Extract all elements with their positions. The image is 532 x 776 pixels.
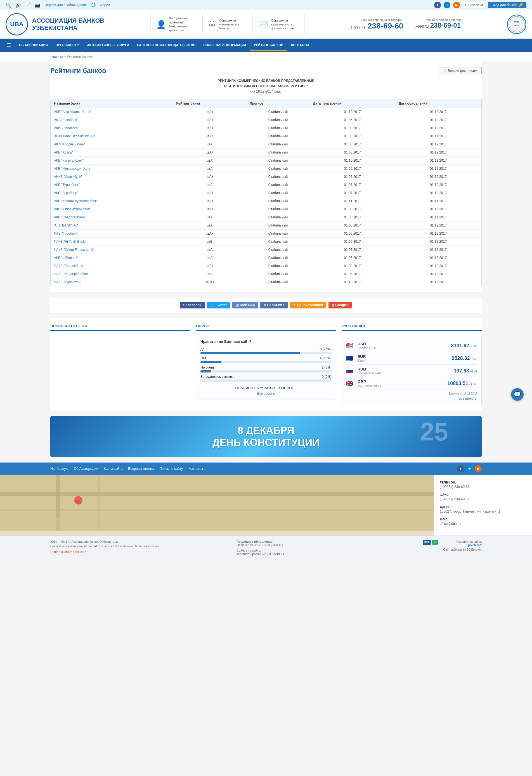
footer-phone-label: ТЕЛЕФОН: xyxy=(440,481,526,484)
cell-bank-name[interactable]: ЧАКБ "Туркистон" xyxy=(51,278,173,286)
cell-rating: uzА+ xyxy=(173,149,247,157)
breadcrumb-home[interactable]: Главная xyxy=(50,54,63,58)
social-share: f Facebook 🐦 Twitter @ Мой мир в ВКонтак… xyxy=(50,298,482,313)
search-icon[interactable]: 🔍 xyxy=(6,3,11,8)
cell-assigned: 01.05.2017 xyxy=(309,238,395,246)
footer-counters: 809 ✓ xyxy=(423,540,438,545)
poll-option-3: Затрудняюсь ответить 0 (0%) xyxy=(201,375,331,382)
cell-bank-name[interactable]: ЧАБ "Трасбанк" xyxy=(51,230,173,238)
rub-details: RUB Российский рубль xyxy=(357,367,383,375)
cell-assigned: 01.06.2017 xyxy=(309,205,395,213)
cell-bank-name[interactable]: АКБ "InFinbank" xyxy=(51,254,173,262)
cell-assigned: 01.07.2017 xyxy=(309,246,395,254)
nav-about[interactable]: ОБ АССОЦИАЦИИ xyxy=(15,40,52,51)
trust-main-number: 238-69-01 xyxy=(430,21,461,29)
poll-option-count-2: 2 (8%) xyxy=(322,366,331,369)
share-googleplus-button[interactable]: g Google+ xyxy=(328,302,352,309)
poll-all-link[interactable]: Все опросы xyxy=(201,391,331,395)
cell-assigned: 01.06.2017 xyxy=(309,270,395,278)
footer-facebook-icon[interactable]: f xyxy=(457,465,464,472)
cell-bank-name[interactable]: АК "Народный банк" xyxy=(51,140,173,149)
rub-change: +1.07 xyxy=(470,370,477,373)
cell-bank-name[interactable]: АКБ "Капиталбанк" xyxy=(51,157,173,165)
cell-bank-name[interactable]: ЧАКБ "Orient Finans bank" xyxy=(51,246,173,254)
cell-assigned: 01.06.2017 xyxy=(309,230,395,238)
cell-rating: uzА xyxy=(173,246,247,254)
legal-appeals-link[interactable]: ✉️ Обращения юридических и физических ли… xyxy=(252,14,304,34)
share-vk-button[interactable]: в ВКонтакте xyxy=(260,302,288,309)
nav-services[interactable]: ИНТЕРАКТИВНЫЕ УСЛУГИ xyxy=(83,40,133,51)
login-button[interactable]: Вход для банков 🔑 xyxy=(488,2,526,8)
cell-updated: 01.12.2017 xyxy=(395,238,481,246)
cell-bank-name[interactable]: АКБ "Узпромстройбанк" xyxy=(51,205,173,213)
footer-link-contacts[interactable]: Контакты xyxy=(189,467,203,470)
nav-legislation[interactable]: БАНКОВСКОЕ ЗАКОНОДАТЕЛЬСТВО xyxy=(133,40,200,51)
share-facebook-button[interactable]: f Facebook xyxy=(180,302,205,309)
virtual-reception-link[interactable]: 👤 Виртуальная приёмная Генерального дире… xyxy=(151,14,202,34)
facebook-icon[interactable]: f xyxy=(434,2,441,8)
poll-option-name-2: Не очень xyxy=(201,366,215,369)
cell-bank-name[interactable]: АКИБ "Ипотека" xyxy=(51,124,173,132)
cell-updated: 01.11.2017 xyxy=(395,157,481,165)
footer-copy: 2010 – 2017 © Ассоциация банков Узбекист… xyxy=(50,540,231,553)
footer-link-about[interactable]: Об Ассоциации xyxy=(74,467,98,470)
cell-bank-name[interactable]: АКБ "Савдогарбанк" xyxy=(51,213,173,221)
nav-press[interactable]: ПРЕСС-ЦЕНТР xyxy=(52,40,83,51)
table-row: АКБ "Asia Alliance Bank" uzА+ Стабильный… xyxy=(51,108,481,116)
audio-icon[interactable]: 🔊 xyxy=(15,3,21,8)
footer-link-sitemap[interactable]: Карта сайта xyxy=(104,467,122,470)
poll-option-label-3: Затрудняюсь ответить 0 (0%) xyxy=(201,375,331,379)
share-moimir-button[interactable]: @ Мой мир xyxy=(232,302,258,309)
poll-bar-bg-2 xyxy=(201,370,331,373)
cell-assigned: 01.11.2017 xyxy=(309,197,395,205)
telegram-icon[interactable]: ✈ xyxy=(444,2,450,8)
footer-youtube-icon[interactable]: ▶ xyxy=(475,465,482,472)
accessibility-link[interactable]: Версия для слабовидящих xyxy=(45,3,87,7)
poll-bar-2 xyxy=(201,370,211,373)
cell-bank-name[interactable]: АКБ "Asia Alliance Bank" xyxy=(51,108,173,116)
footer-bottom: 2010 – 2017 © Ассоциация банков Узбекист… xyxy=(0,536,532,560)
person-icon: 👤 xyxy=(156,20,166,29)
cell-bank-name[interactable]: АКБ "Асака" xyxy=(51,149,173,157)
poll-title: ОПРОС xyxy=(196,324,336,331)
map-placeholder xyxy=(0,475,434,531)
cell-bank-name[interactable]: ЧАКБ "Универсалбанк" xyxy=(51,270,173,278)
cell-bank-name[interactable]: АКБ "Туронбанк" xyxy=(51,181,173,189)
cell-bank-name[interactable]: "KDB Bank Uzbekistan" АО xyxy=(51,132,173,140)
bank-appeals-link[interactable]: 🏛 Обращения коммерческих банков xyxy=(202,14,252,34)
youtube-icon[interactable]: ▶ xyxy=(453,2,460,8)
cell-bank-name[interactable]: АКБ "Микрокредитбанк" xyxy=(51,165,173,173)
cell-bank-name[interactable]: АК "Алокабанк" xyxy=(51,116,173,124)
cell-forecast: Стабильный xyxy=(246,165,309,173)
language-selector[interactable]: На русском xyxy=(463,2,485,8)
footer-telegram-icon[interactable]: ✈ xyxy=(466,465,473,472)
cell-bank-name[interactable]: АКБ "Агробанк" xyxy=(51,189,173,197)
forum-link[interactable]: Форум xyxy=(100,3,110,7)
cell-bank-name[interactable]: ЧАКБ "Равнакбанк" xyxy=(51,262,173,270)
share-twitter-button[interactable]: 🐦 Twitter xyxy=(207,302,230,309)
cell-bank-name[interactable]: "U.T. BANK" АО xyxy=(51,221,173,230)
poll-option-label-1: Нет 4 (16%) xyxy=(201,356,331,360)
cell-bank-name[interactable]: ЧАКБ "Hi-Tech-Bank" xyxy=(51,238,173,246)
nav-info[interactable]: ПОЛЕЗНАЯ ИНФОРМАЦИЯ xyxy=(200,40,250,51)
nav-contacts[interactable]: КОНТАКТЫ xyxy=(287,40,313,51)
table-row: ЧАБ "Трасбанк" uzА+ Стабильный 01.06.201… xyxy=(51,230,481,238)
footer-link-search[interactable]: Поиск по сайту xyxy=(159,467,183,470)
cell-bank-name[interactable]: АКБ "Кишлок курилиш банк" xyxy=(51,197,173,205)
online-value: зарегистрированные - 0, гости - 1 xyxy=(237,552,417,556)
document-icon[interactable]: 📄 xyxy=(25,3,31,8)
footer-link-qa[interactable]: Вопросы-ответы xyxy=(128,467,154,470)
all-currencies-link[interactable]: Все валюты xyxy=(346,397,477,400)
print-button[interactable]: 🖨 Версия для печати xyxy=(439,67,482,74)
footer-fax-label: ФАКС: xyxy=(440,493,526,497)
cell-rating: uzА+ xyxy=(173,173,247,181)
cell-updated: 01.12.2017 xyxy=(395,108,481,116)
share-ok-button[interactable]: о Одноклассники xyxy=(290,302,326,309)
cell-bank-name[interactable]: АИКБ "Ипак Йули" xyxy=(51,173,173,181)
video-icon[interactable]: 📷 xyxy=(35,3,40,8)
nav-ratings[interactable]: РЕЙТИНГ БАНКОВ xyxy=(250,40,287,51)
footer-link-home[interactable]: На главную xyxy=(50,467,68,470)
chat-bubble[interactable]: 💬 xyxy=(511,388,524,401)
error-link[interactable]: Нашли ошибку в тексте? xyxy=(50,550,231,553)
menu-icon[interactable]: ☰ xyxy=(3,39,15,52)
